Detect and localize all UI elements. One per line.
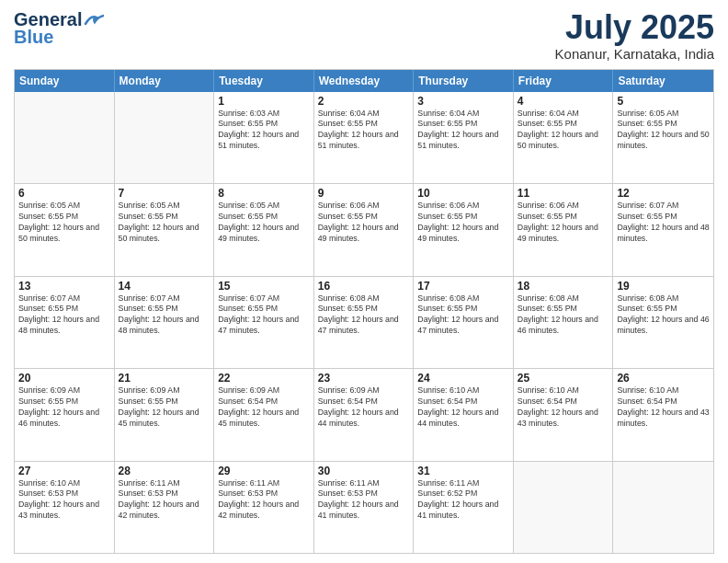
- calendar-day-16: 16Sunrise: 6:08 AM Sunset: 6:55 PM Dayli…: [314, 277, 415, 368]
- calendar-day-31: 31Sunrise: 6:11 AM Sunset: 6:52 PM Dayli…: [414, 462, 514, 553]
- day-info: Sunrise: 6:11 AM Sunset: 6:53 PM Dayligh…: [218, 478, 310, 523]
- day-info: Sunrise: 6:06 AM Sunset: 6:55 PM Dayligh…: [417, 201, 509, 245]
- day-info: Sunrise: 6:10 AM Sunset: 6:53 PM Dayligh…: [18, 478, 110, 523]
- calendar-body: 1Sunrise: 6:03 AM Sunset: 6:55 PM Daylig…: [15, 92, 713, 553]
- calendar-week-4: 20Sunrise: 6:09 AM Sunset: 6:55 PM Dayli…: [15, 368, 713, 460]
- day-number: 18: [518, 280, 609, 293]
- day-number: 19: [617, 280, 710, 293]
- day-info: Sunrise: 6:06 AM Sunset: 6:55 PM Dayligh…: [518, 201, 609, 245]
- day-number: 21: [119, 372, 210, 385]
- day-number: 17: [417, 280, 509, 293]
- day-number: 30: [318, 465, 410, 477]
- calendar-day-6: 6Sunrise: 6:05 AM Sunset: 6:55 PM Daylig…: [15, 184, 115, 275]
- logo-text-blue: Blue: [14, 27, 53, 48]
- calendar-day-20: 20Sunrise: 6:09 AM Sunset: 6:55 PM Dayli…: [15, 369, 115, 460]
- calendar-week-1: 1Sunrise: 6:03 AM Sunset: 6:55 PM Daylig…: [15, 92, 713, 183]
- calendar-day-18: 18Sunrise: 6:08 AM Sunset: 6:55 PM Dayli…: [514, 277, 614, 368]
- calendar-day-12: 12Sunrise: 6:07 AM Sunset: 6:55 PM Dayli…: [613, 184, 713, 275]
- calendar-day-3: 3Sunrise: 6:04 AM Sunset: 6:55 PM Daylig…: [414, 92, 514, 183]
- page-header: General Blue July 2025 Konanur, Karnatak…: [14, 9, 714, 62]
- day-info: Sunrise: 6:06 AM Sunset: 6:55 PM Dayligh…: [318, 201, 410, 245]
- day-info: Sunrise: 6:05 AM Sunset: 6:55 PM Dayligh…: [18, 201, 110, 245]
- day-number: 28: [119, 465, 210, 477]
- day-number: 7: [119, 187, 210, 200]
- calendar-empty-cell: [115, 92, 215, 183]
- calendar-day-17: 17Sunrise: 6:08 AM Sunset: 6:55 PM Dayli…: [414, 277, 514, 368]
- calendar-day-1: 1Sunrise: 6:03 AM Sunset: 6:55 PM Daylig…: [214, 92, 314, 183]
- calendar-day-2: 2Sunrise: 6:04 AM Sunset: 6:55 PM Daylig…: [314, 92, 415, 183]
- header-day-tuesday: Tuesday: [214, 70, 314, 92]
- calendar-day-5: 5Sunrise: 6:05 AM Sunset: 6:55 PM Daylig…: [613, 92, 713, 183]
- calendar-header-row: SundayMondayTuesdayWednesdayThursdayFrid…: [15, 70, 713, 92]
- calendar-day-9: 9Sunrise: 6:06 AM Sunset: 6:55 PM Daylig…: [314, 184, 415, 275]
- day-info: Sunrise: 6:05 AM Sunset: 6:55 PM Dayligh…: [218, 201, 310, 245]
- day-number: 9: [318, 187, 410, 200]
- day-info: Sunrise: 6:07 AM Sunset: 6:55 PM Dayligh…: [218, 293, 310, 338]
- calendar-day-30: 30Sunrise: 6:11 AM Sunset: 6:53 PM Dayli…: [314, 462, 415, 553]
- day-info: Sunrise: 6:11 AM Sunset: 6:53 PM Dayligh…: [119, 478, 210, 523]
- day-number: 24: [417, 372, 509, 385]
- header-day-friday: Friday: [514, 70, 614, 92]
- day-info: Sunrise: 6:04 AM Sunset: 6:55 PM Dayligh…: [417, 109, 509, 153]
- header-day-wednesday: Wednesday: [314, 70, 415, 92]
- header-day-thursday: Thursday: [414, 70, 514, 92]
- calendar-day-8: 8Sunrise: 6:05 AM Sunset: 6:55 PM Daylig…: [214, 184, 314, 275]
- logo: General Blue: [14, 9, 104, 48]
- day-number: 27: [18, 465, 110, 477]
- day-number: 15: [218, 280, 310, 293]
- calendar-empty-cell: [15, 92, 115, 183]
- day-number: 31: [417, 465, 509, 477]
- day-number: 29: [218, 465, 310, 477]
- logo-bird-icon: [84, 13, 104, 28]
- day-info: Sunrise: 6:08 AM Sunset: 6:55 PM Dayligh…: [417, 293, 509, 338]
- day-info: Sunrise: 6:07 AM Sunset: 6:55 PM Dayligh…: [119, 293, 210, 338]
- day-number: 10: [417, 187, 509, 200]
- calendar-day-21: 21Sunrise: 6:09 AM Sunset: 6:55 PM Dayli…: [115, 369, 215, 460]
- day-number: 8: [218, 187, 310, 200]
- calendar-day-10: 10Sunrise: 6:06 AM Sunset: 6:55 PM Dayli…: [414, 184, 514, 275]
- day-number: 5: [617, 95, 710, 108]
- header-day-monday: Monday: [115, 70, 215, 92]
- day-info: Sunrise: 6:05 AM Sunset: 6:55 PM Dayligh…: [617, 109, 710, 153]
- day-info: Sunrise: 6:08 AM Sunset: 6:55 PM Dayligh…: [318, 293, 410, 338]
- calendar-day-4: 4Sunrise: 6:04 AM Sunset: 6:55 PM Daylig…: [514, 92, 614, 183]
- title-block: July 2025 Konanur, Karnataka, India: [555, 9, 714, 62]
- day-info: Sunrise: 6:10 AM Sunset: 6:54 PM Dayligh…: [417, 385, 509, 430]
- day-number: 14: [119, 280, 210, 293]
- calendar-week-2: 6Sunrise: 6:05 AM Sunset: 6:55 PM Daylig…: [15, 183, 713, 275]
- day-number: 25: [518, 372, 609, 385]
- calendar-day-7: 7Sunrise: 6:05 AM Sunset: 6:55 PM Daylig…: [115, 184, 215, 275]
- day-info: Sunrise: 6:09 AM Sunset: 6:55 PM Dayligh…: [18, 385, 110, 430]
- calendar-week-5: 27Sunrise: 6:10 AM Sunset: 6:53 PM Dayli…: [15, 461, 713, 553]
- day-number: 6: [18, 187, 110, 200]
- day-info: Sunrise: 6:08 AM Sunset: 6:55 PM Dayligh…: [518, 293, 609, 338]
- calendar-day-27: 27Sunrise: 6:10 AM Sunset: 6:53 PM Dayli…: [15, 462, 115, 553]
- day-info: Sunrise: 6:10 AM Sunset: 6:54 PM Dayligh…: [518, 385, 609, 430]
- month-year-title: July 2025: [555, 9, 714, 46]
- calendar-empty-cell: [613, 462, 713, 553]
- day-number: 13: [18, 280, 110, 293]
- header-day-saturday: Saturday: [613, 70, 713, 92]
- day-info: Sunrise: 6:11 AM Sunset: 6:53 PM Dayligh…: [318, 478, 410, 523]
- day-number: 11: [518, 187, 609, 200]
- calendar-page: General Blue July 2025 Konanur, Karnatak…: [0, 0, 728, 563]
- calendar-day-25: 25Sunrise: 6:10 AM Sunset: 6:54 PM Dayli…: [514, 369, 614, 460]
- calendar-day-23: 23Sunrise: 6:09 AM Sunset: 6:54 PM Dayli…: [314, 369, 415, 460]
- calendar-day-15: 15Sunrise: 6:07 AM Sunset: 6:55 PM Dayli…: [214, 277, 314, 368]
- calendar-day-24: 24Sunrise: 6:10 AM Sunset: 6:54 PM Dayli…: [414, 369, 514, 460]
- day-number: 2: [318, 95, 410, 108]
- day-info: Sunrise: 6:09 AM Sunset: 6:55 PM Dayligh…: [119, 385, 210, 430]
- day-info: Sunrise: 6:09 AM Sunset: 6:54 PM Dayligh…: [318, 385, 410, 430]
- calendar-grid: SundayMondayTuesdayWednesdayThursdayFrid…: [14, 69, 714, 554]
- calendar-day-29: 29Sunrise: 6:11 AM Sunset: 6:53 PM Dayli…: [214, 462, 314, 553]
- day-number: 12: [617, 187, 710, 200]
- day-number: 1: [218, 95, 310, 108]
- location-subtitle: Konanur, Karnataka, India: [555, 46, 714, 62]
- day-number: 23: [318, 372, 410, 385]
- day-info: Sunrise: 6:10 AM Sunset: 6:54 PM Dayligh…: [617, 385, 710, 430]
- day-info: Sunrise: 6:04 AM Sunset: 6:55 PM Dayligh…: [518, 109, 609, 153]
- day-info: Sunrise: 6:11 AM Sunset: 6:52 PM Dayligh…: [417, 478, 509, 523]
- calendar-day-13: 13Sunrise: 6:07 AM Sunset: 6:55 PM Dayli…: [15, 277, 115, 368]
- day-info: Sunrise: 6:08 AM Sunset: 6:55 PM Dayligh…: [617, 293, 710, 338]
- day-number: 3: [417, 95, 509, 108]
